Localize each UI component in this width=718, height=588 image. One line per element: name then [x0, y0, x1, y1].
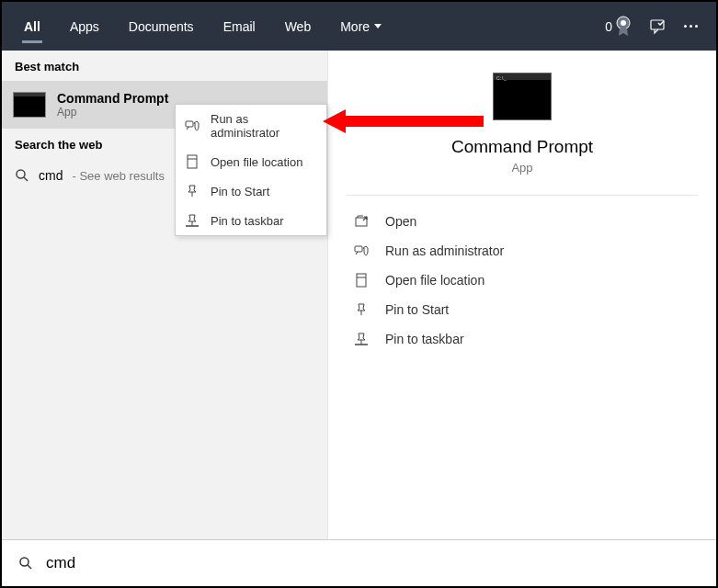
- search-input[interactable]: [46, 554, 700, 572]
- tab-more[interactable]: More: [325, 2, 396, 51]
- result-title: Command Prompt: [57, 91, 168, 106]
- pin-icon: [354, 302, 369, 317]
- hero-title: Command Prompt: [451, 137, 593, 157]
- folder-icon: [354, 273, 369, 288]
- ctx-open-file-location[interactable]: Open file location: [176, 147, 326, 176]
- search-icon: [15, 168, 29, 183]
- svg-line-4: [24, 177, 28, 181]
- svg-rect-13: [357, 274, 366, 287]
- svg-rect-12: [355, 246, 362, 252]
- context-menu: Run as administrator Open file location …: [175, 104, 327, 236]
- svg-rect-2: [651, 20, 664, 29]
- pin-taskbar-icon: [354, 332, 369, 346]
- web-suffix-text: - See web results: [72, 169, 164, 183]
- result-subtitle: App: [57, 106, 168, 119]
- action-open[interactable]: Open: [328, 207, 716, 236]
- medal-icon: [614, 16, 633, 38]
- tab-email[interactable]: Email: [209, 2, 270, 51]
- command-prompt-icon: [13, 92, 46, 118]
- hero-section: C:\_ Command Prompt App: [347, 73, 698, 196]
- chevron-down-icon: [374, 24, 382, 28]
- action-pin-to-taskbar[interactable]: Pin to taskbar: [328, 324, 716, 354]
- ctx-run-as-admin[interactable]: Run as administrator: [176, 105, 326, 147]
- ctx-pin-to-taskbar[interactable]: Pin to taskbar: [176, 206, 326, 235]
- search-icon: [18, 556, 33, 571]
- open-icon: [354, 214, 369, 229]
- folder-icon: [185, 154, 199, 169]
- search-bar[interactable]: [2, 539, 716, 586]
- action-run-as-admin[interactable]: Run as administrator: [328, 236, 716, 266]
- pin-taskbar-icon: [185, 213, 199, 228]
- svg-point-1: [621, 20, 626, 26]
- more-options-icon[interactable]: [684, 25, 698, 28]
- pin-icon: [185, 184, 199, 198]
- best-match-header: Best match: [2, 51, 327, 81]
- ctx-pin-to-start[interactable]: Pin to Start: [176, 176, 326, 206]
- action-pin-to-start[interactable]: Pin to Start: [328, 295, 716, 324]
- svg-point-18: [20, 558, 28, 566]
- shield-icon: [354, 243, 369, 258]
- action-open-file-location[interactable]: Open file location: [328, 266, 716, 295]
- web-query-text: cmd: [39, 168, 63, 183]
- topbar: All Apps Documents Email Web More 0: [2, 2, 716, 51]
- tab-apps[interactable]: Apps: [55, 2, 114, 51]
- feedback-icon[interactable]: [649, 17, 667, 36]
- shield-icon: [185, 119, 199, 133]
- tab-web[interactable]: Web: [270, 2, 326, 51]
- hero-subtitle: App: [511, 161, 532, 175]
- action-list: Open Run as administrator Open file loca…: [328, 196, 716, 365]
- svg-rect-6: [188, 155, 197, 168]
- left-panel: Best match Command Prompt App Search the…: [2, 51, 327, 541]
- rewards-badge[interactable]: 0: [605, 16, 633, 38]
- svg-line-19: [28, 565, 31, 569]
- svg-rect-5: [186, 121, 193, 127]
- right-panel: C:\_ Command Prompt App Open Run as admi…: [327, 51, 716, 541]
- tab-documents[interactable]: Documents: [114, 2, 209, 51]
- svg-point-3: [17, 170, 25, 178]
- tab-all[interactable]: All: [9, 2, 55, 51]
- command-prompt-icon-large: C:\_: [493, 73, 552, 120]
